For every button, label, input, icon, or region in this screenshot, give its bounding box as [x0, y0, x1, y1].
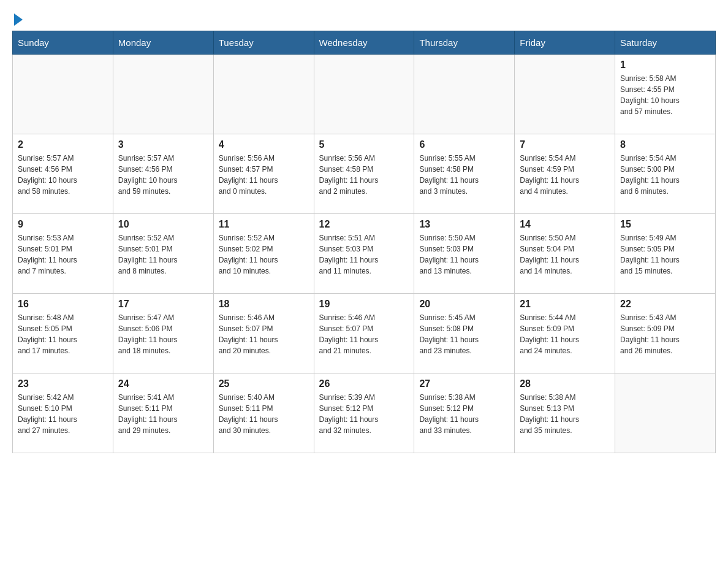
day-info: Sunrise: 5:54 AM Sunset: 4:59 PM Dayligh…	[520, 153, 610, 197]
calendar-cell	[515, 55, 615, 134]
day-info: Sunrise: 5:47 AM Sunset: 5:06 PM Dayligh…	[118, 312, 208, 356]
week-row-2: 2Sunrise: 5:57 AM Sunset: 4:56 PM Daylig…	[13, 134, 716, 214]
calendar-cell	[615, 373, 716, 453]
weekday-header-thursday: Thursday	[414, 31, 515, 55]
day-number: 26	[319, 378, 409, 389]
day-number: 8	[620, 139, 710, 150]
day-number: 2	[18, 139, 108, 150]
day-info: Sunrise: 5:54 AM Sunset: 5:00 PM Dayligh…	[620, 153, 710, 197]
calendar-cell: 2Sunrise: 5:57 AM Sunset: 4:56 PM Daylig…	[13, 134, 113, 214]
day-info: Sunrise: 5:57 AM Sunset: 4:56 PM Dayligh…	[118, 153, 208, 197]
calendar-cell: 24Sunrise: 5:41 AM Sunset: 5:11 PM Dayli…	[113, 373, 213, 453]
day-number: 25	[219, 378, 309, 389]
calendar-cell	[414, 55, 515, 134]
weekday-header-saturday: Saturday	[615, 31, 716, 55]
day-info: Sunrise: 5:46 AM Sunset: 5:07 PM Dayligh…	[319, 312, 409, 356]
calendar-cell: 26Sunrise: 5:39 AM Sunset: 5:12 PM Dayli…	[314, 373, 414, 453]
logo-arrow-icon	[14, 13, 23, 26]
day-number: 15	[620, 219, 710, 230]
day-number: 20	[419, 299, 509, 310]
day-info: Sunrise: 5:42 AM Sunset: 5:10 PM Dayligh…	[18, 392, 108, 436]
calendar-cell	[13, 55, 113, 134]
week-row-3: 9Sunrise: 5:53 AM Sunset: 5:01 PM Daylig…	[13, 214, 716, 294]
day-number: 5	[319, 139, 409, 150]
calendar-cell: 1Sunrise: 5:58 AM Sunset: 4:55 PM Daylig…	[615, 55, 716, 134]
calendar-cell: 3Sunrise: 5:57 AM Sunset: 4:56 PM Daylig…	[113, 134, 213, 214]
calendar-cell: 13Sunrise: 5:50 AM Sunset: 5:03 PM Dayli…	[414, 214, 515, 294]
day-number: 19	[319, 299, 409, 310]
weekday-header-sunday: Sunday	[13, 31, 113, 55]
weekday-header-tuesday: Tuesday	[213, 31, 314, 55]
day-info: Sunrise: 5:52 AM Sunset: 5:01 PM Dayligh…	[118, 232, 208, 277]
day-info: Sunrise: 5:49 AM Sunset: 5:05 PM Dayligh…	[620, 232, 710, 277]
day-info: Sunrise: 5:55 AM Sunset: 4:58 PM Dayligh…	[419, 153, 509, 197]
calendar-cell: 22Sunrise: 5:43 AM Sunset: 5:09 PM Dayli…	[615, 294, 716, 373]
week-row-1: 1Sunrise: 5:58 AM Sunset: 4:55 PM Daylig…	[13, 55, 716, 134]
calendar-table: SundayMondayTuesdayWednesdayThursdayFrid…	[12, 31, 716, 453]
calendar-cell: 18Sunrise: 5:46 AM Sunset: 5:07 PM Dayli…	[213, 294, 314, 373]
day-info: Sunrise: 5:51 AM Sunset: 5:03 PM Dayligh…	[319, 232, 409, 277]
day-number: 9	[18, 219, 108, 230]
day-info: Sunrise: 5:40 AM Sunset: 5:11 PM Dayligh…	[219, 392, 309, 436]
calendar-cell: 21Sunrise: 5:44 AM Sunset: 5:09 PM Dayli…	[515, 294, 615, 373]
calendar-cell: 16Sunrise: 5:48 AM Sunset: 5:05 PM Dayli…	[13, 294, 113, 373]
day-info: Sunrise: 5:48 AM Sunset: 5:05 PM Dayligh…	[18, 312, 108, 356]
calendar-cell: 28Sunrise: 5:38 AM Sunset: 5:13 PM Dayli…	[515, 373, 615, 453]
calendar-cell: 11Sunrise: 5:52 AM Sunset: 5:02 PM Dayli…	[213, 214, 314, 294]
day-info: Sunrise: 5:53 AM Sunset: 5:01 PM Dayligh…	[18, 232, 108, 277]
day-info: Sunrise: 5:50 AM Sunset: 5:04 PM Dayligh…	[520, 232, 610, 277]
calendar-cell: 14Sunrise: 5:50 AM Sunset: 5:04 PM Dayli…	[515, 214, 615, 294]
day-info: Sunrise: 5:38 AM Sunset: 5:12 PM Dayligh…	[419, 392, 509, 436]
day-info: Sunrise: 5:50 AM Sunset: 5:03 PM Dayligh…	[419, 232, 509, 277]
calendar-cell: 27Sunrise: 5:38 AM Sunset: 5:12 PM Dayli…	[414, 373, 515, 453]
day-info: Sunrise: 5:38 AM Sunset: 5:13 PM Dayligh…	[520, 392, 610, 436]
calendar-cell: 4Sunrise: 5:56 AM Sunset: 4:57 PM Daylig…	[213, 134, 314, 214]
calendar-cell: 17Sunrise: 5:47 AM Sunset: 5:06 PM Dayli…	[113, 294, 213, 373]
day-info: Sunrise: 5:39 AM Sunset: 5:12 PM Dayligh…	[319, 392, 409, 436]
calendar-cell	[314, 55, 414, 134]
calendar-cell: 15Sunrise: 5:49 AM Sunset: 5:05 PM Dayli…	[615, 214, 716, 294]
day-info: Sunrise: 5:56 AM Sunset: 4:57 PM Dayligh…	[219, 153, 309, 197]
day-info: Sunrise: 5:52 AM Sunset: 5:02 PM Dayligh…	[219, 232, 309, 277]
day-number: 24	[118, 378, 208, 389]
day-number: 17	[118, 299, 208, 310]
day-info: Sunrise: 5:41 AM Sunset: 5:11 PM Dayligh…	[118, 392, 208, 436]
day-info: Sunrise: 5:58 AM Sunset: 4:55 PM Dayligh…	[620, 73, 710, 117]
week-row-5: 23Sunrise: 5:42 AM Sunset: 5:10 PM Dayli…	[13, 373, 716, 453]
day-info: Sunrise: 5:45 AM Sunset: 5:08 PM Dayligh…	[419, 312, 509, 356]
day-info: Sunrise: 5:56 AM Sunset: 4:58 PM Dayligh…	[319, 153, 409, 197]
day-number: 22	[620, 299, 710, 310]
day-number: 16	[18, 299, 108, 310]
calendar-cell: 12Sunrise: 5:51 AM Sunset: 5:03 PM Dayli…	[314, 214, 414, 294]
calendar-cell	[213, 55, 314, 134]
calendar-cell	[113, 55, 213, 134]
day-number: 27	[419, 378, 509, 389]
day-number: 10	[118, 219, 208, 230]
day-info: Sunrise: 5:57 AM Sunset: 4:56 PM Dayligh…	[18, 153, 108, 197]
day-number: 23	[18, 378, 108, 389]
weekday-header-friday: Friday	[515, 31, 615, 55]
day-info: Sunrise: 5:43 AM Sunset: 5:09 PM Dayligh…	[620, 312, 710, 356]
week-row-4: 16Sunrise: 5:48 AM Sunset: 5:05 PM Dayli…	[13, 294, 716, 373]
calendar-cell: 10Sunrise: 5:52 AM Sunset: 5:01 PM Dayli…	[113, 214, 213, 294]
day-number: 21	[520, 299, 610, 310]
day-number: 1	[620, 59, 710, 71]
calendar-cell: 6Sunrise: 5:55 AM Sunset: 4:58 PM Daylig…	[414, 134, 515, 214]
day-number: 4	[219, 139, 309, 150]
calendar-cell: 8Sunrise: 5:54 AM Sunset: 5:00 PM Daylig…	[615, 134, 716, 214]
day-number: 14	[520, 219, 610, 230]
calendar-cell: 23Sunrise: 5:42 AM Sunset: 5:10 PM Dayli…	[13, 373, 113, 453]
day-info: Sunrise: 5:46 AM Sunset: 5:07 PM Dayligh…	[219, 312, 309, 356]
calendar-cell: 5Sunrise: 5:56 AM Sunset: 4:58 PM Daylig…	[314, 134, 414, 214]
day-number: 28	[520, 378, 610, 389]
calendar-cell: 25Sunrise: 5:40 AM Sunset: 5:11 PM Dayli…	[213, 373, 314, 453]
day-number: 11	[219, 219, 309, 230]
day-number: 12	[319, 219, 409, 230]
day-number: 13	[419, 219, 509, 230]
page-header	[12, 12, 716, 25]
weekday-header-wednesday: Wednesday	[314, 31, 414, 55]
weekday-header-row: SundayMondayTuesdayWednesdayThursdayFrid…	[13, 31, 716, 55]
day-number: 6	[419, 139, 509, 150]
calendar-cell: 9Sunrise: 5:53 AM Sunset: 5:01 PM Daylig…	[13, 214, 113, 294]
day-info: Sunrise: 5:44 AM Sunset: 5:09 PM Dayligh…	[520, 312, 610, 356]
